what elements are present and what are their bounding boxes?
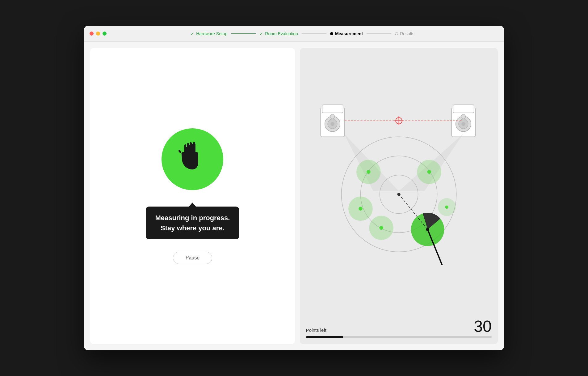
step-line-3	[367, 33, 391, 34]
measurement-dot-2	[427, 170, 431, 174]
check-icon: ✓	[191, 31, 194, 36]
left-panel: Measuring in progress. Stay where you ar…	[90, 48, 295, 344]
points-header: Points left 30	[306, 318, 492, 334]
hand-icon	[175, 142, 209, 176]
step-results: Results	[395, 31, 414, 36]
hand-circle	[162, 128, 223, 190]
right-panel: Points left 30	[300, 48, 498, 344]
dot-empty-icon	[395, 32, 398, 35]
visualization-svg	[300, 48, 498, 315]
traffic-lights	[90, 32, 107, 36]
tooltip-arrow	[189, 203, 196, 207]
svg-point-10	[461, 122, 465, 126]
step-hardware-setup: ✓ Hardware Setup	[191, 31, 227, 36]
stepper: ✓ Hardware Setup ✓ Room Evaluation Measu…	[107, 31, 498, 36]
main-content: Measuring in progress. Stay where you ar…	[84, 42, 504, 350]
measurement-dot-5	[445, 206, 448, 209]
step-results-label: Results	[400, 31, 414, 36]
app-window: ✓ Hardware Setup ✓ Room Evaluation Measu…	[84, 26, 504, 350]
svg-rect-1	[322, 105, 343, 113]
points-left-label: Points left	[306, 327, 326, 333]
svg-rect-7	[453, 105, 474, 113]
minimize-button[interactable]	[96, 32, 100, 36]
progress-bar-fill	[306, 336, 343, 338]
step-line-2	[302, 33, 326, 34]
active-position	[411, 213, 444, 265]
titlebar: ✓ Hardware Setup ✓ Room Evaluation Measu…	[84, 26, 504, 42]
tooltip-line2: Stay where you are.	[161, 224, 225, 232]
tooltip-line1: Measuring in progress.	[155, 214, 230, 222]
close-button[interactable]	[90, 32, 94, 36]
check-icon-2: ✓	[259, 31, 263, 36]
speaker-left	[321, 105, 345, 137]
step-room-evaluation-label: Room Evaluation	[265, 31, 298, 36]
svg-point-4	[330, 122, 334, 126]
status-tooltip: Measuring in progress. Stay where you ar…	[146, 203, 239, 239]
pause-button[interactable]: Pause	[173, 252, 212, 264]
points-value: 30	[474, 318, 492, 334]
step-hardware-setup-label: Hardware Setup	[196, 31, 227, 36]
speaker-right	[452, 105, 476, 137]
tooltip-box: Measuring in progress. Stay where you ar…	[146, 207, 239, 239]
svg-point-11	[461, 114, 465, 119]
maximize-button[interactable]	[103, 32, 107, 36]
step-measurement: Measurement	[330, 31, 363, 36]
measurement-dot-4	[379, 226, 383, 230]
measurement-dot-1	[367, 170, 370, 174]
svg-point-5	[330, 114, 334, 119]
step-line-1	[231, 33, 256, 34]
dot-filled-icon	[330, 32, 333, 35]
measurement-dot-3	[359, 207, 362, 211]
step-measurement-label: Measurement	[335, 31, 363, 36]
progress-bar	[306, 336, 492, 338]
points-bar-area: Points left 30	[300, 315, 498, 344]
viz-area	[300, 48, 498, 315]
step-room-evaluation: ✓ Room Evaluation	[259, 31, 298, 36]
